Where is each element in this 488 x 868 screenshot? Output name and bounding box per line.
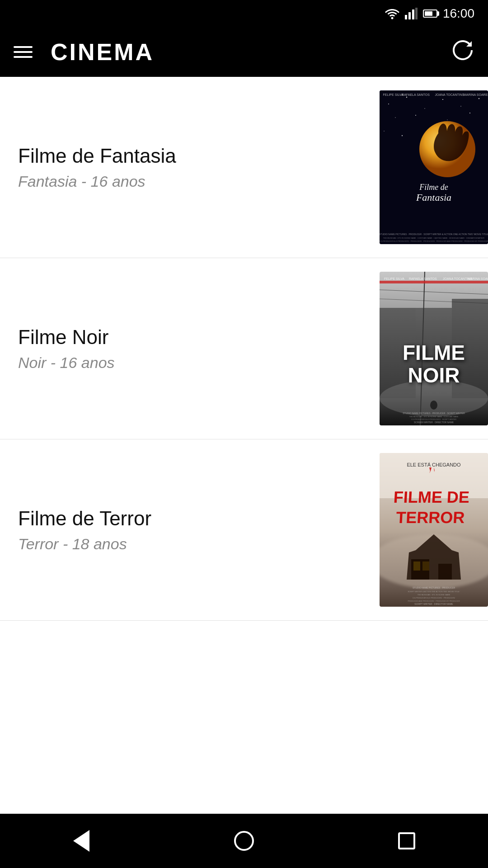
movie-poster-noir: FELIPE SILVA RAFAELA SANTOS JOANA TOCANT… — [380, 272, 488, 425]
svg-text:NOIR: NOIR — [408, 363, 460, 387]
svg-text:RAFAELA SANTOS: RAFAELA SANTOS — [409, 277, 437, 280]
svg-text:RAFAELA SANTOS: RAFAELA SANTOS — [402, 93, 430, 96]
movie-item-noir[interactable]: Filme Noir Noir - 16 anos — [0, 258, 488, 439]
svg-rect-1 — [405, 15, 407, 19]
menu-icon[interactable] — [14, 46, 33, 58]
movie-info-noir: Filme Noir Noir - 16 anos — [18, 326, 380, 372]
svg-text:ELE ESTÁ CHEGANDO: ELE ESTÁ CHEGANDO — [407, 462, 461, 467]
movie-genre-fantasia: Fantasia - 16 anos — [18, 173, 366, 190]
svg-point-14 — [447, 119, 448, 120]
svg-text:CO-PRODUCER ELO PRODUCER1 · PR: CO-PRODUCER ELO PRODUCER1 · PRODUCER2 — [413, 597, 455, 599]
svg-text:SCREEN WRITER · DIRECTOR NAME: SCREEN WRITER · DIRECTOR NAME — [414, 421, 454, 424]
svg-point-10 — [460, 106, 461, 107]
svg-rect-52 — [438, 564, 452, 580]
movie-list: Filme de Fantasia Fantasia - 16 anos — [0, 77, 488, 814]
svg-point-17 — [402, 135, 403, 136]
svg-rect-3 — [412, 9, 414, 19]
movie-genre-noir: Noir - 16 anos — [18, 354, 366, 372]
svg-text:THE MUSICIAN · ETC IN SCENE NA: THE MUSICIAN · ETC IN SCENE NAME · COSTU… — [409, 415, 459, 418]
svg-text:SCRIPT WRITER & ACTION ONE ACT: SCRIPT WRITER & ACTION ONE ACTION TWO 'M… — [408, 590, 460, 593]
movie-info-terror: Filme de Terror Terror - 18 anos — [18, 507, 380, 553]
movie-genre-terror: Terror - 18 anos — [18, 535, 366, 553]
recent-apps-button[interactable] — [389, 823, 425, 859]
svg-text:TERROR: TERROR — [395, 508, 465, 527]
svg-point-15 — [469, 113, 470, 113]
svg-point-43 — [430, 401, 437, 410]
status-icons: 16:00 — [385, 6, 474, 21]
svg-text:STUDIO NAME PICTURES · PRODUCE: STUDIO NAME PICTURES · PRODUCER · SCRIPT… — [403, 412, 465, 415]
movie-poster-terror: ELE ESTÁ CHEGANDO FILME DE TERROR STUDIO… — [380, 453, 488, 607]
svg-text:PRODUCED AND PRODUCER2 · PRODU: PRODUCED AND PRODUCER2 · PRODUCED BY PRO… — [408, 600, 460, 602]
bottom-nav — [0, 814, 488, 868]
recent-apps-icon — [398, 832, 415, 849]
home-icon — [234, 831, 254, 851]
svg-point-12 — [395, 117, 396, 118]
svg-text:STUDIO NAME PICTURES · PRODUCE: STUDIO NAME PICTURES · PRODUCER · SCRIPT… — [380, 233, 488, 236]
svg-text:FILME: FILME — [403, 341, 465, 364]
svg-point-0 — [391, 17, 393, 19]
svg-point-16 — [384, 131, 385, 132]
svg-point-9 — [442, 99, 443, 100]
svg-point-11 — [479, 98, 479, 99]
app-bar: CINEMA — [0, 27, 488, 77]
svg-rect-54 — [422, 561, 429, 571]
app-title: CINEMA — [33, 38, 451, 66]
refresh-button[interactable] — [451, 38, 474, 66]
status-time: 16:00 — [443, 6, 474, 21]
svg-rect-4 — [415, 8, 418, 19]
svg-rect-2 — [408, 12, 411, 19]
svg-text:CO-PRODUCER ELO PRODUCER1 · PR: CO-PRODUCER ELO PRODUCER1 · PRODUCER2 · … — [380, 240, 488, 242]
svg-text:Fantasia: Fantasia — [416, 192, 451, 203]
svg-text:JOANA TOCANTINS: JOANA TOCANTINS — [435, 93, 464, 96]
battery-icon — [423, 9, 437, 18]
home-button[interactable] — [226, 823, 262, 859]
svg-text:FELIPE SILVA: FELIPE SILVA — [383, 93, 404, 96]
movie-poster-fantasia: Filme de Fantasia FELIPE SILVA RAFAELA S… — [380, 90, 488, 244]
svg-text:MARINA SOARES: MARINA SOARES — [468, 277, 488, 280]
svg-text:THE MUSICIAN · ETC IN SCENE NA: THE MUSICIAN · ETC IN SCENE NAME — [418, 594, 450, 596]
svg-point-8 — [424, 108, 425, 109]
movie-title-noir: Filme Noir — [18, 326, 366, 349]
status-bar: 16:00 — [0, 0, 488, 27]
movie-item-fantasia[interactable]: Filme de Fantasia Fantasia - 16 anos — [0, 77, 488, 258]
svg-text:FELIPE SILVA: FELIPE SILVA — [384, 277, 404, 280]
wifi-icon — [385, 8, 399, 19]
movie-title-fantasia: Filme de Fantasia — [18, 145, 366, 167]
svg-text:MARINA SOARES: MARINA SOARES — [464, 93, 488, 96]
movie-item-terror[interactable]: Filme de Terror Terror - 18 anos — [0, 439, 488, 621]
svg-rect-53 — [413, 561, 420, 571]
back-button[interactable] — [63, 823, 99, 859]
svg-rect-40 — [380, 281, 488, 283]
svg-text:FILME DE: FILME DE — [393, 488, 470, 506]
movie-info-fantasia: Filme de Fantasia Fantasia - 16 anos — [18, 145, 380, 190]
back-icon — [73, 830, 89, 852]
svg-point-6 — [388, 104, 389, 104]
svg-text:CO-PRODUCER ELO PRODUCER1 · SC: CO-PRODUCER ELO PRODUCER1 · SCRIPT WRITE… — [411, 418, 456, 420]
svg-text:THE MUSICIAN · ETC IN SCENE NA: THE MUSICIAN · ETC IN SCENE NAME · COSTU… — [383, 237, 484, 239]
svg-point-7 — [406, 97, 407, 98]
svg-text:SCRIPT WRITER · DIRECTOR NAME: SCRIPT WRITER · DIRECTOR NAME — [414, 603, 453, 605]
svg-text:Filme de: Filme de — [419, 183, 448, 192]
svg-point-13 — [415, 115, 416, 116]
svg-text:STUDIO NAME PICTURES · PRODUCE: STUDIO NAME PICTURES · PRODUCER — [413, 586, 455, 589]
movie-title-terror: Filme de Terror — [18, 507, 366, 530]
signal-icon — [405, 8, 418, 19]
